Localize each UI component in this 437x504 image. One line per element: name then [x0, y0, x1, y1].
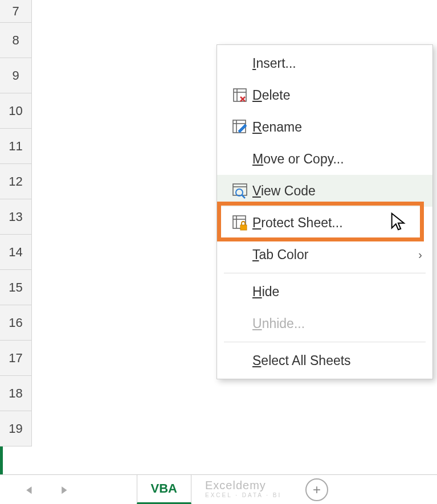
menu-hide[interactable]: Hide	[217, 276, 432, 308]
delete-sheet-icon	[227, 87, 252, 103]
menu-insert[interactable]: Insert...	[217, 47, 432, 79]
sheet-next-icon[interactable]: ►	[60, 482, 68, 497]
svg-rect-15	[240, 225, 247, 230]
row-header[interactable]: 14	[0, 235, 31, 270]
menu-select-all-sheets[interactable]: Select All Sheets	[217, 345, 432, 376]
sheet-context-menu: Insert... Delete Rename Move or C	[217, 44, 433, 379]
row-header[interactable]: 8	[0, 23, 31, 58]
row-header[interactable]: 13	[0, 199, 31, 235]
menu-rename[interactable]: Rename	[217, 111, 432, 143]
row-header[interactable]: 18	[0, 376, 31, 411]
sheet-nav-arrows: ◄ ►	[0, 482, 85, 497]
row-header[interactable]: 10	[0, 93, 31, 129]
menu-move-copy[interactable]: Move or Copy...	[217, 143, 432, 175]
menu-label: Delete	[252, 88, 422, 103]
svg-rect-0	[234, 89, 246, 101]
row-header[interactable]: 11	[0, 129, 31, 164]
sheet-prev-icon[interactable]: ◄	[24, 482, 33, 497]
protect-sheet-icon	[227, 215, 252, 231]
watermark: Exceldemy EXCEL · DATA · BI	[205, 479, 281, 498]
row-header[interactable]: 15	[0, 270, 31, 305]
menu-delete[interactable]: Delete	[217, 79, 432, 111]
menu-label: View Code	[252, 183, 422, 199]
menu-label: Unhide...	[252, 316, 422, 331]
sheet-tab-active[interactable]: VBA	[137, 475, 191, 504]
menu-label: Select All Sheets	[252, 353, 422, 368]
row-header[interactable]: 12	[0, 164, 31, 199]
menu-separator	[224, 273, 426, 273]
new-sheet-button[interactable]: +	[305, 478, 328, 501]
menu-protect-sheet[interactable]: Protect Sheet...	[217, 207, 432, 239]
menu-label: Tab Color	[252, 247, 418, 263]
menu-label: Protect Sheet...	[252, 215, 422, 231]
rename-sheet-icon	[227, 119, 252, 135]
menu-label: Rename	[252, 120, 422, 135]
sheet-tab-label: VBA	[151, 481, 177, 496]
chevron-right-icon: ›	[418, 248, 422, 261]
sheet-tab-bar: ◄ ► VBA Exceldemy EXCEL · DATA · BI +	[0, 474, 437, 504]
view-code-icon	[227, 183, 252, 199]
menu-unhide: Unhide...	[217, 308, 432, 339]
row-header[interactable]: 16	[0, 305, 31, 341]
menu-view-code[interactable]: View Code	[217, 175, 432, 207]
row-header[interactable]: 19	[0, 411, 31, 446]
row-header[interactable]: 7	[0, 0, 31, 23]
row-header[interactable]: 17	[0, 341, 31, 376]
row-headers: 78910111213141516171819	[0, 0, 32, 446]
menu-tab-color[interactable]: Tab Color ›	[217, 239, 432, 271]
menu-label: Move or Copy...	[252, 151, 422, 167]
menu-label: Hide	[252, 284, 422, 300]
menu-separator	[224, 342, 426, 342]
row-header[interactable]: 9	[0, 58, 31, 93]
menu-label: Insert...	[252, 56, 422, 71]
